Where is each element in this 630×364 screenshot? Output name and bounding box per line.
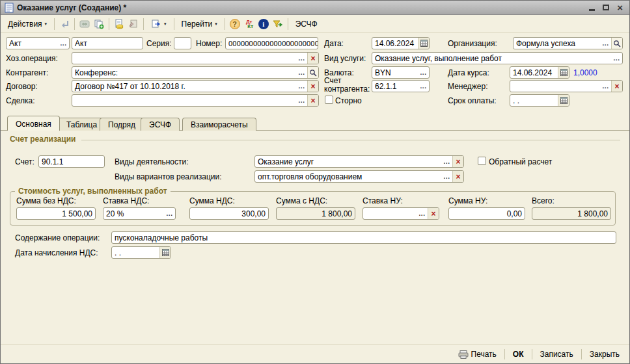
ellipsis-button[interactable]: ... — [296, 81, 307, 92]
ellipsis-button[interactable]: ... — [58, 38, 69, 49]
series-field[interactable] — [174, 37, 191, 49]
ellipsis-button[interactable]: ... — [296, 53, 307, 64]
print-button[interactable]: Печать — [454, 348, 501, 361]
eschf-toolbar-button[interactable]: ЭСЧФ — [292, 18, 322, 31]
doc-type-field[interactable]: Акт ... — [6, 37, 70, 49]
contragent-account-label: Счет контрагента: — [324, 77, 371, 94]
tab-subcontract[interactable]: Подряд — [100, 118, 144, 131]
storno-label: Сторно — [335, 96, 362, 105]
doc-kind-field[interactable]: Акт — [72, 37, 143, 49]
manager-field[interactable]: ... × — [510, 80, 623, 92]
copy-icon[interactable] — [92, 18, 105, 31]
toolbar-separator — [288, 18, 288, 30]
service-kind-field[interactable]: Оказание услуг, выполнение работ ... — [372, 52, 623, 64]
storno-checkbox[interactable] — [325, 96, 333, 104]
dtkt-icon[interactable]: Дт Кт — [243, 18, 256, 31]
ellipsis-button[interactable]: ... — [418, 67, 429, 78]
info-icon[interactable]: i — [257, 18, 270, 31]
nu-amount-value: 0,00 — [449, 209, 525, 218]
footer-separator — [581, 349, 582, 359]
minimize-icon[interactable] — [589, 9, 595, 11]
post-document-icon[interactable] — [113, 18, 126, 31]
date-field[interactable]: 14.06.2024 — [372, 37, 430, 49]
clear-icon[interactable]: × — [428, 208, 439, 219]
tab-main-label: Основная — [16, 120, 51, 129]
refresh-icon[interactable] — [78, 18, 91, 31]
ok-button[interactable]: ОК — [508, 348, 528, 361]
ellipsis-button[interactable]: ... — [611, 53, 622, 64]
vat-rate-label: Ставка НДС: — [103, 196, 149, 205]
ellipsis-button[interactable]: ... — [600, 38, 611, 49]
vat-rate-field[interactable]: 20 % ... — [103, 207, 176, 220]
cost-groupbox-title: Стоимость услуг, выполненных работ — [15, 187, 171, 196]
save-button[interactable]: Записать — [536, 348, 578, 361]
number-field[interactable]: 00000000000000000000000 — [225, 37, 318, 49]
clear-icon[interactable]: × — [452, 156, 463, 167]
ellipsis-button[interactable]: ... — [418, 81, 429, 92]
reread-icon[interactable] — [58, 18, 71, 31]
ellipsis-button[interactable]: ... — [600, 81, 611, 92]
rate-date-field[interactable]: 14.06.2024 — [510, 66, 569, 79]
tab-main[interactable]: Основная — [7, 116, 60, 131]
realization-variant-field[interactable]: опт.торговля оборудованием ... × — [254, 170, 464, 183]
magnifier-icon[interactable] — [611, 38, 622, 49]
calendar-icon[interactable] — [418, 38, 429, 49]
close-icon[interactable]: × — [617, 4, 623, 12]
goto-menu-button[interactable]: Перейти ▾ — [178, 18, 221, 31]
reverse-calc-checkbox[interactable] — [478, 157, 486, 165]
clear-icon[interactable]: × — [307, 81, 318, 92]
rate-date-value: 14.06.2024 — [510, 68, 558, 77]
toolbar-separator — [174, 18, 174, 30]
ellipsis-button[interactable]: ... — [164, 208, 175, 219]
footer-bar: Печать ОК Записать Закрыть — [1, 344, 629, 363]
vat-accrual-date-field[interactable]: . . — [111, 246, 171, 259]
unpost-document-icon[interactable] — [127, 18, 140, 31]
nu-rate-field[interactable]: ... × — [363, 207, 439, 220]
ellipsis-button[interactable]: ... — [296, 67, 307, 78]
deal-field[interactable]: ... × — [72, 94, 319, 107]
organization-label: Организация: — [448, 39, 497, 48]
output-button[interactable]: ▾ — [147, 17, 171, 31]
organization-field[interactable]: Формула успеха ... — [513, 37, 623, 49]
calendar-icon[interactable] — [558, 67, 569, 78]
ellipsis-button[interactable]: ... — [417, 208, 428, 219]
operation-field[interactable]: ... × — [72, 52, 319, 64]
realization-variant-value: опт.торговля оборудованием — [255, 172, 441, 181]
close-button[interactable]: Закрыть — [585, 348, 624, 361]
help-icon[interactable]: ? — [228, 18, 241, 31]
series-label: Серия: — [146, 39, 172, 48]
vat-amount-field[interactable]: 300,00 — [189, 207, 269, 220]
operation-content-field[interactable]: пусконаладочные работы — [111, 231, 616, 244]
structure-icon[interactable] — [271, 18, 284, 31]
tab-table[interactable]: Таблица — [58, 118, 105, 131]
maximize-icon[interactable] — [603, 5, 609, 10]
section-header: Счет реализации — [10, 135, 620, 144]
ellipsis-button[interactable]: ... — [296, 95, 307, 106]
calendar-icon[interactable] — [159, 247, 171, 258]
calendar-icon[interactable] — [558, 95, 569, 106]
clear-icon[interactable]: × — [307, 53, 318, 64]
toolbar-separator — [54, 18, 55, 30]
clear-icon[interactable]: × — [307, 95, 318, 106]
contragent-field[interactable]: Конференс: ... — [72, 66, 319, 79]
clear-icon[interactable]: × — [611, 81, 622, 92]
contragent-account-field[interactable]: 62.1.1 ... — [372, 80, 430, 92]
amount-wo-vat-field[interactable]: 1 500,00 — [16, 207, 96, 220]
nu-rate-label: Ставка НУ: — [363, 196, 403, 205]
sales-account-field[interactable]: 90.1.1 — [38, 155, 105, 168]
tab-settlements[interactable]: Взаиморасчеты — [182, 118, 256, 131]
nu-amount-field[interactable]: 0,00 — [448, 207, 525, 220]
sales-account-label: Счет: — [15, 157, 34, 166]
activity-kinds-field[interactable]: Оказание услуг ... × — [254, 155, 464, 168]
contract-field[interactable]: Договор №417 от 10.10.2018 г. ... × — [72, 80, 319, 92]
total-value: 1 800,00 — [532, 209, 610, 218]
currency-field[interactable]: BYN ... — [372, 66, 430, 79]
ellipsis-button[interactable]: ... — [441, 156, 452, 167]
ellipsis-button[interactable]: ... — [441, 171, 452, 182]
clear-icon[interactable]: × — [452, 171, 463, 182]
magnifier-icon[interactable] — [307, 67, 318, 78]
reverse-calc-label: Обратный расчет — [489, 157, 552, 166]
tab-eschf[interactable]: ЭСЧФ — [141, 118, 180, 131]
due-date-field[interactable]: . . — [510, 94, 569, 107]
actions-menu-button[interactable]: Действия ▾ — [4, 18, 51, 31]
